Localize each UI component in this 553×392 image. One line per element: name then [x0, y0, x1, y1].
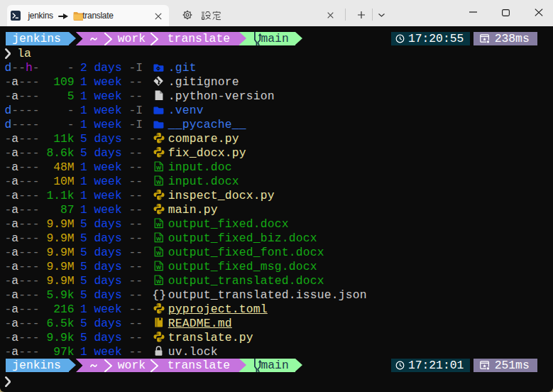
svg-text:W: W	[156, 178, 162, 185]
svg-text:W: W	[156, 221, 162, 227]
svg-text:W: W	[156, 263, 162, 270]
svg-text:W: W	[156, 235, 162, 241]
svg-text:W: W	[156, 164, 162, 170]
svg-text:W: W	[156, 249, 162, 256]
svg-text:W: W	[156, 278, 162, 284]
